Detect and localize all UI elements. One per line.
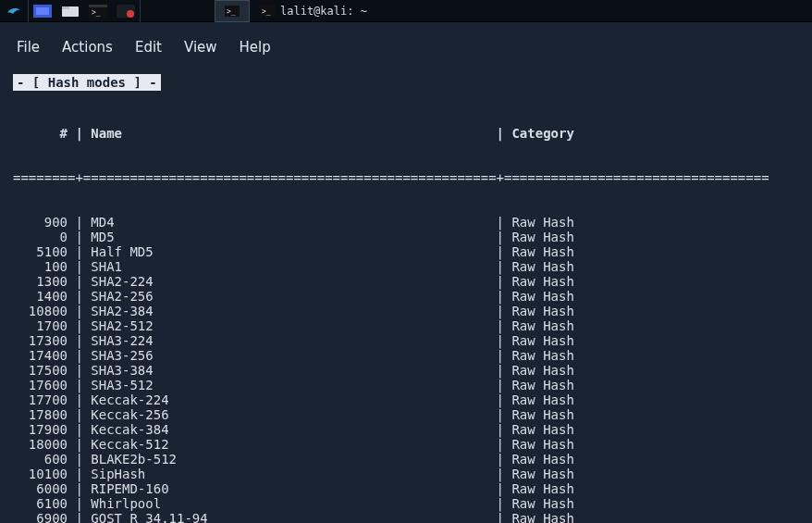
table-row: 900 | MD4 | Raw Hash [13,215,812,230]
table-row: 17700 | Keccak-224 | Raw Hash [13,392,812,407]
table-row: 600 | BLAKE2b-512 | Raw Hash [13,452,812,467]
svg-point-8 [127,10,134,18]
menu-file[interactable]: File [17,39,40,56]
table-row: 17400 | SHA3-256 | Raw Hash [13,348,812,363]
table-row: 17300 | SHA3-224 | Raw Hash [13,333,812,348]
table-row: 17600 | SHA3-512 | Raw Hash [13,378,812,392]
svg-rect-5 [89,5,107,7]
taskbar-app-generic[interactable] [112,0,140,22]
taskbar-window-label: lalit@kali: ~ [280,5,367,18]
table-row: 1300 | SHA2-224 | Raw Hash [13,274,812,289]
taskbar-files[interactable] [56,0,84,22]
terminal-output: # | Name | Category ========+===========… [0,96,812,523]
taskbar-window-terminal-active[interactable]: >_ [215,0,250,22]
table-header-row: # | Name | Category [13,126,812,141]
table-row: 17800 | Keccak-256 | Raw Hash [13,407,812,422]
terminal-small-icon: >_ [89,5,107,18]
taskbar-separator [140,0,141,22]
table-body: 900 | MD4 | Raw Hash 0 | MD5 | Raw Hash … [13,215,812,523]
menu-actions[interactable]: Actions [62,39,113,56]
taskbar-workspace-1[interactable] [29,0,56,22]
table-row: 17500 | SHA3-384 | Raw Hash [13,363,812,378]
table-row: 1400 | SHA2-256 | Raw Hash [13,289,812,304]
menu-edit[interactable]: Edit [135,39,162,56]
table-row: 10100 | SipHash | Raw Hash [13,467,812,481]
svg-text:>_: >_ [92,8,101,17]
terminal-icon: >_ [260,6,275,17]
table-row: 5100 | Half MD5 | Raw Hash [13,244,812,259]
table-divider: ========+===============================… [13,170,812,185]
svg-text:>_: >_ [227,7,236,16]
section-header-hash-modes: - [ Hash modes ] - [13,74,161,91]
svg-rect-1 [36,7,49,15]
table-row: 17900 | Keccak-384 | Raw Hash [13,422,812,437]
taskbar-terminal-launcher[interactable]: >_ [84,0,112,22]
table-row: 6900 | GOST R 34.11-94 | Raw Hash [13,511,812,523]
menu-help[interactable]: Help [240,39,271,56]
svg-rect-3 [62,6,69,9]
files-icon [61,5,80,18]
table-row: 18000 | Keccak-512 | Raw Hash [13,437,812,452]
table-row: 0 | MD5 | Raw Hash [13,230,812,244]
terminal-menubar: File Actions Edit View Help [0,22,812,67]
kali-menu-button[interactable] [0,0,28,22]
table-row: 10800 | SHA2-384 | Raw Hash [13,304,812,318]
taskbar-window-terminal-title[interactable]: >_ lalit@kali: ~ [250,0,377,22]
menu-view[interactable]: View [184,39,217,56]
taskbar: >_ >_ >_ lalit@kali: ~ [0,0,812,22]
terminal-icon: >_ [225,6,240,17]
svg-text:>_: >_ [262,7,271,16]
workspace-icon [33,5,52,18]
table-row: 1700 | SHA2-512 | Raw Hash [13,318,812,333]
kali-dragon-icon [6,3,22,19]
table-row: 100 | SHA1 | Raw Hash [13,259,812,274]
table-row: 6000 | RIPEMD-160 | Raw Hash [13,481,812,496]
app-icon [117,5,135,18]
table-row: 6100 | Whirlpool | Raw Hash [13,496,812,511]
